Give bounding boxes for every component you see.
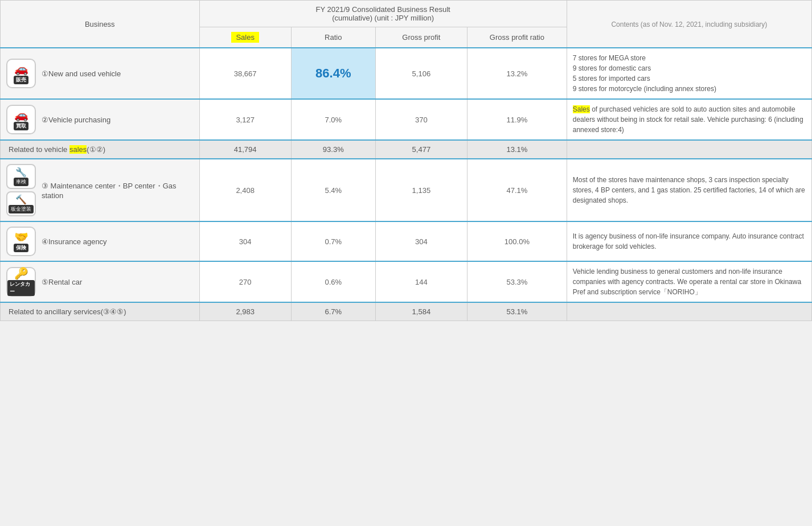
icon-symbol2: 🔨 — [15, 194, 27, 205]
ratio-value-maintenance: 5.4% — [291, 159, 375, 221]
contents-cell-new-used-vehicle: 7 stores for MEGA store9 stores for dome… — [567, 48, 811, 99]
icon-box-new-used-vehicle: 🚗 販売 — [6, 59, 36, 88]
ratio-value-new-used-vehicle: 86.4% — [291, 48, 375, 99]
business-cell-new-used-vehicle: 🚗 販売 ①New and used vehicle — [1, 48, 200, 99]
icon-box-rental-car: 🔑 レンタカー — [6, 267, 36, 297]
gross-profit-value-insurance: 304 — [375, 221, 467, 261]
ratio-col-header: Ratio — [291, 27, 375, 48]
table-row-related-ancillary: Related to ancillary services(③④⑤)2,9836… — [1, 302, 812, 321]
icon-label-new-used-vehicle: 販売 — [14, 76, 28, 84]
gross-profit-ratio-value-insurance: 100.0% — [467, 221, 567, 261]
gross-profit-value-vehicle-purchasing: 370 — [375, 99, 467, 140]
gross-profit-ratio-value-maintenance: 47.1% — [467, 159, 567, 221]
table-row-vehicle-purchasing: 🚗 買取 ②Vehicle purchasing 3,1277.0%37011.… — [1, 99, 812, 140]
icon-label2: 板金塗装 — [9, 205, 34, 213]
gross-profit-ratio-value-rental-car: 53.3% — [467, 261, 567, 302]
table-row-maintenance: 🔧 車検 🔨 板金塗装 ③ Maintenance center・BP cent… — [1, 159, 812, 221]
icon-box-vehicle-purchasing: 🚗 買取 — [6, 105, 36, 134]
sales-value-related-vehicle-sales: 41,794 — [199, 140, 291, 159]
icon-symbol1: 🔧 — [15, 167, 27, 178]
icon-label-rental-car: レンタカー — [7, 280, 35, 296]
table-row-insurance: 🤝 保険 ④Insurance agency 3040.7%304100.0%I… — [1, 221, 812, 261]
business-col-header: Business — [1, 1, 200, 48]
business-label-insurance: ④Insurance agency — [42, 237, 107, 246]
business-label-vehicle-purchasing: ②Vehicle purchasing — [42, 116, 110, 124]
business-cell-inner-maintenance: 🔧 車検 🔨 板金塗装 ③ Maintenance center・BP cent… — [6, 164, 194, 216]
contents-sales-highlight: Sales — [573, 105, 590, 113]
icon-box2-maintenance: 🔨 板金塗装 — [6, 191, 36, 216]
ratio-value-rental-car: 0.6% — [291, 261, 375, 302]
business-cell-maintenance: 🔧 車検 🔨 板金塗装 ③ Maintenance center・BP cent… — [1, 159, 200, 221]
subtotal-label: Related to vehicle sales(①②) — [6, 145, 105, 154]
icon-label1: 車検 — [14, 178, 28, 186]
contents-cell-maintenance: Most of the stores have maintenance shop… — [567, 159, 811, 221]
gross-profit-ratio-value-new-used-vehicle: 13.2% — [467, 48, 567, 99]
sales-value-insurance: 304 — [199, 221, 291, 261]
fy-header: FY 2021/9 Consolidated Business Result (… — [199, 1, 567, 27]
icon-box-insurance: 🤝 保険 — [6, 227, 36, 256]
icon-label-vehicle-purchasing: 買取 — [14, 122, 28, 130]
sales-value-vehicle-purchasing: 3,127 — [199, 99, 291, 140]
business-label-rental-car: ⑤Rental car — [42, 278, 82, 286]
business-cell-rental-car: 🔑 レンタカー ⑤Rental car — [1, 261, 200, 302]
gross-profit-value-related-vehicle-sales: 5,477 — [375, 140, 467, 159]
gross-profit-value-related-ancillary: 1,584 — [375, 302, 467, 321]
ratio-value-related-vehicle-sales: 93.3% — [291, 140, 375, 159]
business-cell-inner-insurance: 🤝 保険 ④Insurance agency — [6, 227, 194, 256]
gross-profit-value-rental-car: 144 — [375, 261, 467, 302]
ratio-value-insurance: 0.7% — [291, 221, 375, 261]
sales-highlight: Sales — [231, 32, 259, 43]
table-row-new-used-vehicle: 🚗 販売 ①New and used vehicle 38,66786.4%5,… — [1, 48, 812, 99]
business-cell-inner-rental-car: 🔑 レンタカー ⑤Rental car — [6, 267, 194, 297]
gross-profit-ratio-value-vehicle-purchasing: 11.9% — [467, 99, 567, 140]
gross-profit-ratio-value-related-ancillary: 53.1% — [467, 302, 567, 321]
gross-profit-value-maintenance: 1,135 — [375, 159, 467, 221]
gross-profit-ratio-value-related-vehicle-sales: 13.1% — [467, 140, 567, 159]
icon-label-insurance: 保険 — [14, 244, 28, 252]
sales-value-maintenance: 2,408 — [199, 159, 291, 221]
table-row-rental-car: 🔑 レンタカー ⑤Rental car 2700.6%14453.3%Vehic… — [1, 261, 812, 302]
sales-value-related-ancillary: 2,983 — [199, 302, 291, 321]
icon-symbol-vehicle-purchasing: 🚗 — [14, 109, 28, 121]
sales-value-rental-car: 270 — [199, 261, 291, 302]
sales-col-header: Sales — [199, 27, 291, 48]
contents-cell-related-ancillary — [567, 302, 811, 321]
table-row-related-vehicle-sales: Related to vehicle sales(①②)41,79493.3%5… — [1, 140, 812, 159]
contents-cell-rental-car: Vehicle lending business to general cust… — [567, 261, 811, 302]
business-cell-vehicle-purchasing: 🚗 買取 ②Vehicle purchasing — [1, 99, 200, 140]
sales-value-new-used-vehicle: 38,667 — [199, 48, 291, 99]
icon-symbol-new-used-vehicle: 🚗 — [14, 63, 28, 75]
icon-box1-maintenance: 🔧 車検 — [6, 164, 36, 189]
contents-cell-vehicle-purchasing: Sales of purchased vehicles are sold to … — [567, 99, 811, 140]
icon-symbol-rental-car: 🔑 — [14, 268, 28, 279]
ratio-value-related-ancillary: 6.7% — [291, 302, 375, 321]
gross-profit-value-new-used-vehicle: 5,106 — [375, 48, 467, 99]
business-cell-related-vehicle-sales: Related to vehicle sales(①②) — [1, 140, 200, 159]
business-cell-inner-vehicle-purchasing: 🚗 買取 ②Vehicle purchasing — [6, 105, 194, 134]
contents-col-header: Contents (as of Nov. 12, 2021, including… — [567, 1, 811, 48]
contents-cell-insurance: It is agency business of non-life insura… — [567, 221, 811, 261]
subtotal-label: Related to ancillary services(③④⑤) — [6, 307, 126, 316]
business-cell-related-ancillary: Related to ancillary services(③④⑤) — [1, 302, 200, 321]
ratio-big-new-used-vehicle: 86.4% — [315, 66, 351, 80]
business-cell-insurance: 🤝 保険 ④Insurance agency — [1, 221, 200, 261]
icon-symbol-insurance: 🤝 — [14, 231, 28, 243]
business-results-table: Business FY 2021/9 Consolidated Business… — [0, 0, 812, 321]
business-label-maintenance: ③ Maintenance center・BP center・Gas stati… — [42, 181, 194, 200]
gross-profit-col-header: Gross profit — [375, 27, 467, 48]
ratio-value-vehicle-purchasing: 7.0% — [291, 99, 375, 140]
main-table-wrapper: Business FY 2021/9 Consolidated Business… — [0, 0, 812, 321]
gross-profit-ratio-col-header: Gross profit ratio — [467, 27, 567, 48]
business-cell-inner-new-used-vehicle: 🚗 販売 ①New and used vehicle — [6, 59, 194, 88]
header-fy-row: Business FY 2021/9 Consolidated Business… — [1, 1, 812, 27]
business-label-new-used-vehicle: ①New and used vehicle — [42, 69, 121, 78]
contents-cell-related-vehicle-sales — [567, 140, 811, 159]
icon-stack-maintenance: 🔧 車検 🔨 板金塗装 — [6, 164, 36, 216]
